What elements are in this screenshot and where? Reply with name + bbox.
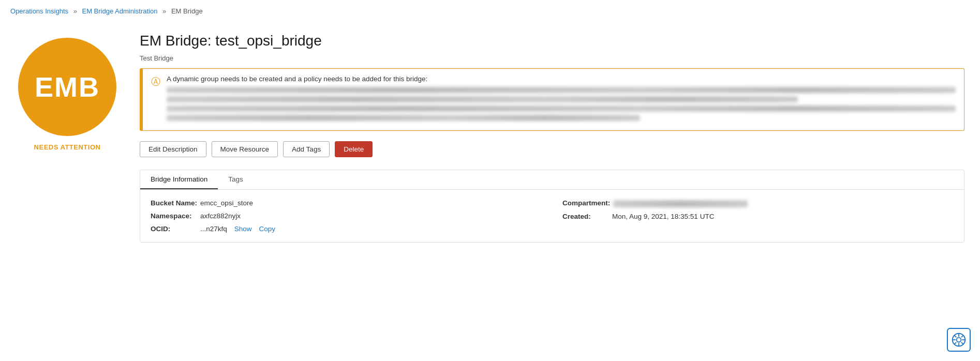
- breadcrumb-link-operations-insights[interactable]: Operations Insights: [10, 7, 68, 15]
- tabs-container: Bridge Information Tags Bucket Name: emc…: [140, 170, 964, 243]
- compartment-row: Compartment:: [562, 199, 954, 207]
- delete-button[interactable]: Delete: [335, 141, 373, 157]
- move-resource-button[interactable]: Move Resource: [212, 141, 278, 157]
- bucket-name-row: Bucket Name: emcc_opsi_store: [151, 199, 542, 207]
- tabs-header: Bridge Information Tags: [140, 170, 964, 190]
- blurred-policy-line-2: [167, 96, 798, 102]
- tab-content-bridge-info: Bucket Name: emcc_opsi_store Namespace: …: [140, 190, 964, 242]
- edit-description-button[interactable]: Edit Description: [140, 141, 206, 157]
- avatar: EMB: [18, 38, 116, 136]
- status-badge: NEEDS ATTENTION: [34, 143, 101, 151]
- ocid-value: ...n27kfq: [200, 225, 227, 233]
- page-title: EM Bridge: test_opsi_bridge: [140, 33, 964, 49]
- info-grid: Bucket Name: emcc_opsi_store Namespace: …: [151, 199, 954, 233]
- namespace-value: axfcz882nyjx: [200, 212, 241, 220]
- breadcrumb-sep-2: »: [162, 7, 166, 15]
- breadcrumb-current: EM Bridge: [171, 7, 203, 15]
- blurred-policy-line-3: [167, 106, 956, 112]
- warning-box: Ⓐ A dynamic group needs to be created an…: [140, 68, 964, 131]
- blurred-policy-line-1: [167, 87, 956, 93]
- warning-icon: Ⓐ: [151, 76, 160, 88]
- main-content: EMB NEEDS ATTENTION EM Bridge: test_opsi…: [0, 22, 980, 258]
- created-row: Created: Mon, Aug 9, 2021, 18:35:51 UTC: [562, 213, 954, 220]
- bucket-name-value: emcc_opsi_store: [200, 199, 253, 207]
- created-label: Created:: [562, 213, 609, 220]
- ocid-label: OCID:: [151, 225, 197, 233]
- namespace-row: Namespace: axfcz882nyjx: [151, 212, 542, 220]
- avatar-initials: EMB: [35, 71, 100, 103]
- namespace-label: Namespace:: [151, 212, 197, 220]
- compartment-value: [613, 200, 748, 207]
- add-tags-button[interactable]: Add Tags: [283, 141, 330, 157]
- ocid-row: OCID: ...n27kfq Show Copy: [151, 225, 542, 233]
- action-buttons: Edit Description Move Resource Add Tags …: [140, 141, 964, 157]
- info-column-left: Bucket Name: emcc_opsi_store Namespace: …: [151, 199, 542, 233]
- ocid-show-link[interactable]: Show: [234, 225, 252, 233]
- tab-tags[interactable]: Tags: [218, 170, 254, 189]
- info-column-right: Compartment: Created: Mon, Aug 9, 2021, …: [562, 199, 954, 233]
- warning-message: A dynamic group needs to be created and …: [167, 75, 956, 83]
- created-value: Mon, Aug 9, 2021, 18:35:51 UTC: [612, 213, 714, 220]
- tab-bridge-information[interactable]: Bridge Information: [140, 170, 218, 189]
- breadcrumb-sep-1: »: [73, 7, 77, 15]
- left-panel: EMB NEEDS ATTENTION: [16, 27, 119, 243]
- ocid-copy-link[interactable]: Copy: [259, 225, 276, 233]
- breadcrumb-link-em-bridge-admin[interactable]: EM Bridge Administration: [82, 7, 158, 15]
- compartment-label: Compartment:: [562, 199, 610, 207]
- breadcrumb: Operations Insights » EM Bridge Administ…: [0, 0, 980, 22]
- warning-content: A dynamic group needs to be created and …: [167, 75, 956, 124]
- page-subtitle: Test Bridge: [140, 54, 964, 62]
- blurred-policy-line-4: [167, 115, 640, 121]
- right-panel: EM Bridge: test_opsi_bridge Test Bridge …: [140, 27, 964, 243]
- bucket-name-label: Bucket Name:: [151, 199, 197, 207]
